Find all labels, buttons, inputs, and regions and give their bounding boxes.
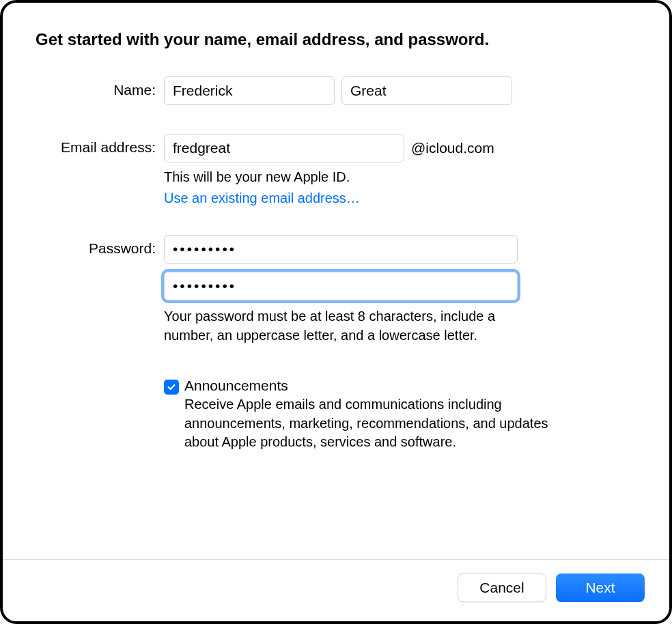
dialog-footer: Cancel Next — [3, 559, 669, 621]
password-helper-text: Your password must be at least 8 charact… — [164, 307, 514, 345]
password-confirm-input[interactable] — [164, 272, 518, 300]
page-heading: Get started with your name, email addres… — [36, 30, 636, 49]
password-label: Password: — [36, 235, 164, 257]
email-helper-text: This will be your new Apple ID. — [164, 168, 636, 186]
email-suffix: @icloud.com — [411, 140, 494, 156]
email-input[interactable] — [164, 134, 404, 162]
last-name-input[interactable] — [341, 76, 512, 105]
announcements-title: Announcements — [184, 378, 553, 394]
next-button[interactable]: Next — [556, 573, 645, 602]
checkmark-icon — [167, 382, 176, 392]
cancel-button[interactable]: Cancel — [458, 573, 546, 602]
password-input[interactable] — [164, 235, 518, 264]
announcements-checkbox[interactable] — [164, 380, 179, 395]
name-label: Name: — [36, 76, 164, 98]
use-existing-email-link[interactable]: Use an existing email address… — [164, 190, 636, 206]
first-name-input[interactable] — [164, 76, 335, 105]
announcements-description: Receive Apple emails and communications … — [184, 395, 553, 452]
email-label: Email address: — [36, 134, 164, 156]
